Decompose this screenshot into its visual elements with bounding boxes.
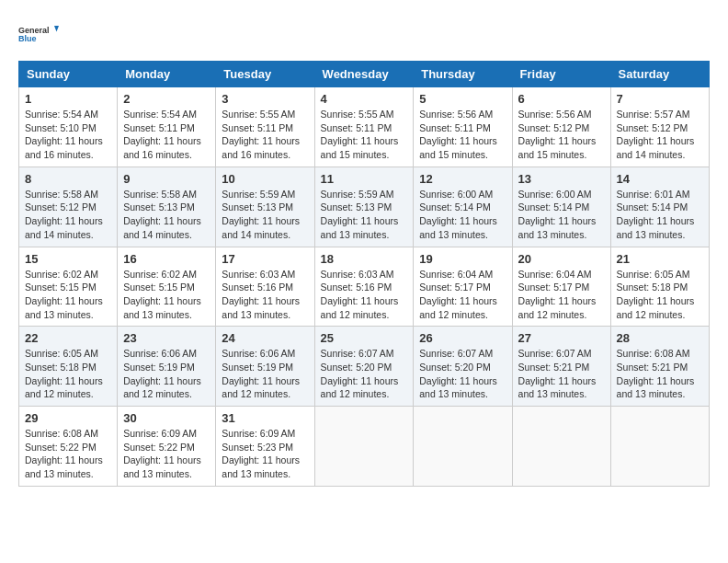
day-number: 11 — [321, 172, 408, 186]
svg-marker-2 — [54, 26, 59, 32]
day-number: 1 — [25, 92, 111, 106]
day-info: Sunrise: 6:07 AMSunset: 5:20 PMDaylight:… — [321, 348, 399, 399]
day-info: Sunrise: 6:08 AMSunset: 5:21 PMDaylight:… — [617, 348, 695, 399]
day-number: 28 — [617, 331, 703, 345]
day-info: Sunrise: 6:09 AMSunset: 5:22 PMDaylight:… — [123, 428, 201, 479]
day-info: Sunrise: 6:08 AMSunset: 5:22 PMDaylight:… — [25, 428, 103, 479]
calendar-cell: 15 Sunrise: 6:02 AMSunset: 5:15 PMDaylig… — [19, 247, 118, 327]
calendar-cell: 14 Sunrise: 6:01 AMSunset: 5:14 PMDaylig… — [610, 167, 709, 247]
calendar-week-row: 1 Sunrise: 5:54 AMSunset: 5:10 PMDayligh… — [19, 87, 710, 167]
day-number: 14 — [617, 172, 703, 186]
day-number: 24 — [222, 331, 308, 345]
day-number: 16 — [123, 252, 210, 266]
day-info: Sunrise: 6:05 AMSunset: 5:18 PMDaylight:… — [617, 269, 695, 320]
day-number: 23 — [123, 331, 210, 345]
calendar-week-row: 15 Sunrise: 6:02 AMSunset: 5:15 PMDaylig… — [19, 247, 710, 327]
calendar-cell: 28 Sunrise: 6:08 AMSunset: 5:21 PMDaylig… — [610, 327, 709, 407]
day-number: 22 — [25, 331, 111, 345]
day-number: 18 — [321, 252, 408, 266]
day-info: Sunrise: 6:05 AMSunset: 5:18 PMDaylight:… — [25, 348, 103, 399]
calendar-cell — [512, 407, 610, 487]
weekday-header: Thursday — [414, 62, 512, 87]
calendar-cell: 26 Sunrise: 6:07 AMSunset: 5:20 PMDaylig… — [414, 327, 512, 407]
day-number: 20 — [518, 252, 605, 266]
day-number: 5 — [419, 92, 506, 106]
weekday-header: Saturday — [610, 62, 709, 87]
day-info: Sunrise: 6:06 AMSunset: 5:19 PMDaylight:… — [123, 348, 201, 399]
day-info: Sunrise: 5:58 AMSunset: 5:12 PMDaylight:… — [25, 189, 103, 240]
calendar-cell: 19 Sunrise: 6:04 AMSunset: 5:17 PMDaylig… — [414, 247, 512, 327]
day-number: 4 — [321, 92, 408, 106]
calendar-cell: 13 Sunrise: 6:00 AMSunset: 5:14 PMDaylig… — [512, 167, 610, 247]
svg-text:General: General — [18, 26, 50, 35]
calendar-cell — [314, 407, 414, 487]
calendar-cell: 5 Sunrise: 5:56 AMSunset: 5:11 PMDayligh… — [414, 87, 512, 167]
calendar-cell: 24 Sunrise: 6:06 AMSunset: 5:19 PMDaylig… — [216, 327, 314, 407]
calendar-cell: 18 Sunrise: 6:03 AMSunset: 5:16 PMDaylig… — [314, 247, 414, 327]
day-info: Sunrise: 6:06 AMSunset: 5:19 PMDaylight:… — [222, 348, 300, 399]
svg-text:Blue: Blue — [18, 34, 37, 43]
calendar-cell: 30 Sunrise: 6:09 AMSunset: 5:22 PMDaylig… — [118, 407, 216, 487]
calendar-cell: 10 Sunrise: 5:59 AMSunset: 5:13 PMDaylig… — [216, 167, 314, 247]
day-info: Sunrise: 6:00 AMSunset: 5:14 PMDaylight:… — [518, 189, 597, 240]
calendar-week-row: 8 Sunrise: 5:58 AMSunset: 5:12 PMDayligh… — [19, 167, 710, 247]
calendar-cell: 12 Sunrise: 6:00 AMSunset: 5:14 PMDaylig… — [414, 167, 512, 247]
weekday-header: Wednesday — [314, 62, 414, 87]
day-info: Sunrise: 5:54 AMSunset: 5:10 PMDaylight:… — [25, 109, 103, 160]
calendar-cell — [610, 407, 709, 487]
day-info: Sunrise: 6:02 AMSunset: 5:15 PMDaylight:… — [25, 269, 103, 320]
day-number: 2 — [123, 92, 210, 106]
calendar-cell: 22 Sunrise: 6:05 AMSunset: 5:18 PMDaylig… — [19, 327, 118, 407]
day-number: 29 — [25, 411, 111, 425]
calendar-cell: 20 Sunrise: 6:04 AMSunset: 5:17 PMDaylig… — [512, 247, 610, 327]
calendar-cell: 9 Sunrise: 5:58 AMSunset: 5:13 PMDayligh… — [118, 167, 216, 247]
calendar-cell: 27 Sunrise: 6:07 AMSunset: 5:21 PMDaylig… — [512, 327, 610, 407]
weekday-header: Friday — [512, 62, 610, 87]
calendar-cell — [414, 407, 512, 487]
calendar-cell: 16 Sunrise: 6:02 AMSunset: 5:15 PMDaylig… — [118, 247, 216, 327]
calendar-cell: 23 Sunrise: 6:06 AMSunset: 5:19 PMDaylig… — [118, 327, 216, 407]
day-number: 10 — [222, 172, 308, 186]
day-number: 13 — [518, 172, 605, 186]
day-number: 21 — [617, 252, 703, 266]
day-number: 15 — [25, 252, 111, 266]
day-number: 9 — [123, 172, 210, 186]
calendar-cell: 11 Sunrise: 5:59 AMSunset: 5:13 PMDaylig… — [314, 167, 414, 247]
calendar-cell: 17 Sunrise: 6:03 AMSunset: 5:16 PMDaylig… — [216, 247, 314, 327]
calendar-cell: 29 Sunrise: 6:08 AMSunset: 5:22 PMDaylig… — [19, 407, 118, 487]
day-info: Sunrise: 6:03 AMSunset: 5:16 PMDaylight:… — [222, 269, 300, 320]
day-info: Sunrise: 6:07 AMSunset: 5:21 PMDaylight:… — [518, 348, 597, 399]
day-number: 3 — [222, 92, 308, 106]
day-number: 8 — [25, 172, 111, 186]
day-info: Sunrise: 6:04 AMSunset: 5:17 PMDaylight:… — [419, 269, 497, 320]
day-info: Sunrise: 5:58 AMSunset: 5:13 PMDaylight:… — [123, 189, 201, 240]
day-number: 19 — [419, 252, 506, 266]
day-number: 25 — [321, 331, 408, 345]
day-info: Sunrise: 6:01 AMSunset: 5:14 PMDaylight:… — [617, 189, 695, 240]
day-info: Sunrise: 5:55 AMSunset: 5:11 PMDaylight:… — [321, 109, 399, 160]
day-info: Sunrise: 6:04 AMSunset: 5:17 PMDaylight:… — [518, 269, 597, 320]
weekday-header: Tuesday — [216, 62, 314, 87]
day-info: Sunrise: 5:56 AMSunset: 5:11 PMDaylight:… — [419, 109, 497, 160]
calendar-cell: 8 Sunrise: 5:58 AMSunset: 5:12 PMDayligh… — [19, 167, 118, 247]
calendar-cell: 3 Sunrise: 5:55 AMSunset: 5:11 PMDayligh… — [216, 87, 314, 167]
day-number: 31 — [222, 411, 308, 425]
logo-svg: General Blue — [18, 18, 64, 52]
day-info: Sunrise: 6:03 AMSunset: 5:16 PMDaylight:… — [321, 269, 399, 320]
calendar-cell: 6 Sunrise: 5:56 AMSunset: 5:12 PMDayligh… — [512, 87, 610, 167]
day-info: Sunrise: 5:55 AMSunset: 5:11 PMDaylight:… — [222, 109, 300, 160]
calendar-cell: 1 Sunrise: 5:54 AMSunset: 5:10 PMDayligh… — [19, 87, 118, 167]
day-info: Sunrise: 5:56 AMSunset: 5:12 PMDaylight:… — [518, 109, 597, 160]
day-number: 17 — [222, 252, 308, 266]
day-info: Sunrise: 6:02 AMSunset: 5:15 PMDaylight:… — [123, 269, 201, 320]
calendar-cell: 31 Sunrise: 6:09 AMSunset: 5:23 PMDaylig… — [216, 407, 314, 487]
calendar-cell: 21 Sunrise: 6:05 AMSunset: 5:18 PMDaylig… — [610, 247, 709, 327]
calendar-cell: 7 Sunrise: 5:57 AMSunset: 5:12 PMDayligh… — [610, 87, 709, 167]
day-number: 7 — [617, 92, 703, 106]
calendar-header-row: SundayMondayTuesdayWednesdayThursdayFrid… — [19, 62, 710, 87]
calendar-table: SundayMondayTuesdayWednesdayThursdayFrid… — [18, 61, 710, 487]
calendar-cell: 2 Sunrise: 5:54 AMSunset: 5:11 PMDayligh… — [118, 87, 216, 167]
weekday-header: Monday — [118, 62, 216, 87]
day-number: 6 — [518, 92, 605, 106]
day-info: Sunrise: 5:59 AMSunset: 5:13 PMDaylight:… — [321, 189, 399, 240]
